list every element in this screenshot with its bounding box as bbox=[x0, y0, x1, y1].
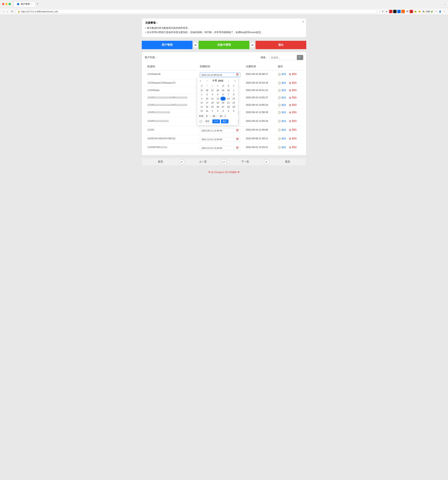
maximize-traffic-light[interactable] bbox=[8, 3, 11, 5]
cal-day-cell[interactable]: 1 bbox=[231, 88, 236, 92]
active-tab[interactable]: 🔵 用户管理 ✕ bbox=[14, 1, 36, 7]
cal-prev-nav[interactable]: ‹ bbox=[206, 79, 208, 82]
ext-1[interactable]: F bbox=[389, 10, 392, 13]
forward-button[interactable]: › bbox=[6, 10, 9, 13]
next-page-button[interactable]: 下一页 bbox=[227, 158, 264, 165]
ext-misc2[interactable]: 😊 bbox=[418, 10, 421, 13]
ext-u[interactable]: U bbox=[397, 10, 401, 13]
cal-day-cell[interactable]: 29 bbox=[220, 88, 226, 92]
cal-day-cell[interactable]: 25 bbox=[199, 88, 204, 92]
cal-day-cell[interactable]: 28 bbox=[215, 88, 220, 92]
cal-next-nav[interactable]: › bbox=[228, 79, 230, 82]
cal-day-cell[interactable]: 11 bbox=[210, 97, 215, 101]
delete-button[interactable]: 🗑 删除 bbox=[289, 96, 297, 99]
cal-day-cell[interactable]: 2 bbox=[199, 92, 204, 97]
cal-last-nav[interactable]: » bbox=[234, 79, 236, 82]
delete-button[interactable]: 🗑 删除 bbox=[289, 146, 297, 149]
delete-button[interactable]: 🗑 删除 bbox=[289, 104, 297, 106]
ext-time[interactable]: 1:00 bbox=[426, 10, 429, 13]
cal-day-cell[interactable]: 2 bbox=[215, 109, 220, 113]
new-tab-button[interactable]: + bbox=[36, 2, 38, 6]
delete-button[interactable]: 🗑 删除 bbox=[289, 137, 297, 140]
edit-button[interactable]: 📋 修改 bbox=[278, 120, 286, 123]
cal-today-button[interactable]: 今天 bbox=[212, 120, 220, 123]
cal-day-cell[interactable]: 5 bbox=[231, 109, 236, 113]
tab-close-button[interactable]: ✕ bbox=[31, 3, 33, 5]
cal-day-cell[interactable]: 3 bbox=[220, 109, 226, 113]
cal-day-cell[interactable]: 15 bbox=[231, 97, 236, 101]
calendar-toggle-icon[interactable]: 📅 bbox=[236, 129, 239, 132]
edit-button[interactable]: 📋 修改 bbox=[278, 96, 286, 99]
delete-button[interactable]: 🗑 删除 bbox=[289, 89, 297, 92]
delete-button[interactable]: 🗑 删除 bbox=[289, 81, 297, 85]
ext-red[interactable]: ● bbox=[410, 10, 413, 13]
calendar-toggle-icon[interactable]: 📅 bbox=[236, 138, 239, 141]
ext-share[interactable]: ⬆ bbox=[381, 10, 384, 13]
edit-button[interactable]: 📋 修改 bbox=[278, 111, 286, 114]
cal-day-cell[interactable]: 31 bbox=[205, 109, 210, 113]
cal-day-cell[interactable]: 8 bbox=[231, 92, 236, 97]
cal-day-cell[interactable]: 9 bbox=[199, 97, 204, 101]
edit-button[interactable]: 📋 修改 bbox=[278, 89, 286, 92]
calendar-toggle-icon[interactable]: 📅 bbox=[236, 147, 239, 149]
cal-day-cell[interactable]: 1 bbox=[210, 109, 215, 113]
cal-time-s[interactable] bbox=[219, 114, 224, 118]
close-traffic-light[interactable] bbox=[2, 3, 4, 5]
cal-day-cell[interactable]: 27 bbox=[220, 105, 226, 109]
address-bar[interactable]: 🔒 http://127.0.0.1:8081/admin/user_info … bbox=[15, 9, 380, 14]
cal-day-cell[interactable]: 12 bbox=[215, 97, 220, 101]
cal-first-nav[interactable]: « bbox=[199, 79, 202, 82]
cal-clear-button[interactable]: 清空 bbox=[203, 119, 211, 124]
calendar-toggle-icon[interactable]: 📅 bbox=[236, 73, 239, 76]
cal-day-cell[interactable]: 16 bbox=[199, 101, 204, 105]
cal-day-cell[interactable]: 4 bbox=[210, 92, 215, 97]
cal-day-cell[interactable]: 18 bbox=[210, 101, 215, 105]
delete-button[interactable]: 🗑 删除 bbox=[289, 120, 297, 123]
cal-day-cell[interactable]: 14 bbox=[226, 97, 231, 101]
cal-day-cell[interactable]: 21 bbox=[226, 101, 231, 105]
cal-day-cell[interactable]: 19 bbox=[215, 101, 220, 105]
edit-button[interactable]: 📋 修改 bbox=[278, 81, 286, 85]
notice-close-button[interactable]: × bbox=[303, 20, 304, 23]
back-button[interactable]: ‹ bbox=[2, 10, 5, 13]
search-button[interactable]: 🔍 bbox=[297, 55, 303, 60]
cal-day-cell[interactable]: 30 bbox=[226, 88, 231, 92]
edit-button[interactable]: 📋 修改 bbox=[278, 128, 286, 131]
cal-day-cell[interactable]: 5 bbox=[215, 92, 220, 97]
nav-user-mgmt[interactable]: 用户管理 bbox=[142, 41, 192, 49]
ext-ff[interactable]: 🦊 bbox=[401, 10, 405, 13]
cal-day-cell[interactable]: 7 bbox=[226, 92, 231, 97]
ext-more[interactable]: ⋯ bbox=[434, 10, 438, 13]
first-page-button[interactable]: 首页 bbox=[142, 158, 179, 165]
prev-page-button[interactable]: 上一页 bbox=[185, 158, 221, 165]
cal-day-cell[interactable]: 27 bbox=[210, 88, 215, 92]
cal-day-cell[interactable]: 20 bbox=[220, 101, 226, 105]
reload-button[interactable]: ↻ bbox=[10, 10, 14, 14]
search-input[interactable] bbox=[270, 55, 297, 60]
cal-day-cell[interactable]: 4 bbox=[226, 109, 231, 113]
cal-day-cell[interactable]: 24 bbox=[205, 105, 210, 109]
ext-shield[interactable]: 🛡 bbox=[405, 10, 409, 13]
cal-day-cell[interactable]: 26 bbox=[215, 105, 220, 109]
cal-day-cell[interactable]: 30 bbox=[199, 109, 204, 113]
ext-misc1[interactable]: 🐸 bbox=[414, 10, 417, 13]
delete-button[interactable]: 🗑 删除 bbox=[289, 73, 297, 76]
cal-day-cell[interactable]: 26 bbox=[205, 88, 210, 92]
edit-button[interactable]: 📋 修改 bbox=[278, 73, 286, 76]
edit-button[interactable]: 📋 修改 bbox=[278, 146, 286, 149]
cal-day-cell[interactable]: 10 bbox=[205, 97, 210, 101]
cal-confirm-button[interactable]: 确定 bbox=[221, 120, 228, 123]
ext-misc3[interactable]: 🎭 bbox=[422, 10, 425, 13]
delete-button[interactable]: 🗑 删除 bbox=[289, 111, 297, 114]
nav-recharge-mgmt[interactable]: 充值卡管理 bbox=[199, 41, 249, 49]
cal-day-cell[interactable]: 29 bbox=[231, 105, 236, 109]
cal-day-cell[interactable]: 13 bbox=[220, 97, 226, 101]
settings-icon[interactable]: ⋮ bbox=[442, 10, 446, 13]
last-page-button[interactable]: 尾页 bbox=[269, 158, 306, 165]
cal-day-cell[interactable]: 22 bbox=[231, 101, 236, 105]
cal-day-cell[interactable]: 23 bbox=[199, 105, 204, 109]
minimize-traffic-light[interactable] bbox=[5, 3, 7, 5]
cal-day-cell[interactable]: 25 bbox=[210, 105, 215, 109]
cal-day-cell[interactable]: 28 bbox=[226, 105, 231, 109]
edit-button[interactable]: 📋 修改 bbox=[278, 137, 286, 140]
